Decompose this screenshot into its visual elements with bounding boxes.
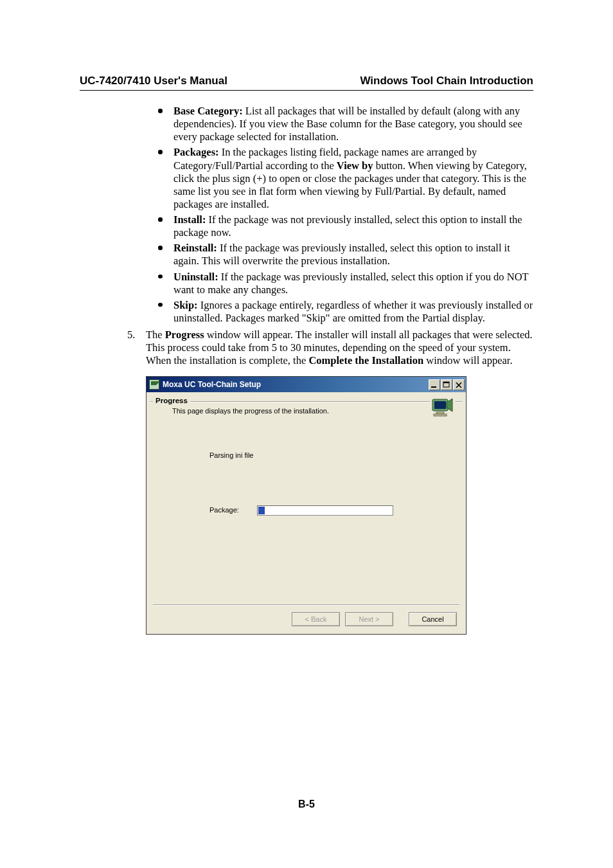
bullet-base-category: Base Category: List all packages that wi… <box>154 105 533 143</box>
bullet-label: Packages: <box>173 146 219 158</box>
progress-heading: Progress <box>153 396 190 405</box>
maximize-button[interactable] <box>441 379 452 390</box>
bullet-reinstall: Reinstall: If the package was previously… <box>154 242 533 267</box>
header-left: UC-7420/7410 User's Manual <box>80 75 227 87</box>
bullet-label-inline: View by <box>337 159 373 172</box>
page-header: UC-7420/7410 User's Manual Windows Tool … <box>80 75 533 90</box>
maximize-icon <box>443 381 450 388</box>
button-row: < Back Next > Cancel <box>147 606 466 634</box>
document-page: UC-7420/7410 User's Manual Windows Tool … <box>0 0 613 868</box>
dialog-window: Moxa UC Tool-Chain Setup <box>146 376 466 634</box>
svg-rect-0 <box>431 386 436 388</box>
bullet-label: Uninstall: <box>173 271 218 283</box>
cancel-button[interactable]: Cancel <box>409 612 457 626</box>
progress-area: Parsing ini file Package: <box>209 451 462 515</box>
status-text: Parsing ini file <box>209 451 462 460</box>
header-group: Progress This page displays the progress… <box>150 396 462 533</box>
page-content: Base Category: List all packages that wi… <box>80 105 533 635</box>
bullet-install: Install: If the package was not previous… <box>154 213 533 239</box>
bullet-label: Base Category: <box>173 105 243 117</box>
step-5: 5. The Progress window will appear. The … <box>80 329 533 367</box>
back-button[interactable]: < Back <box>292 612 340 626</box>
bullet-label: Skip: <box>173 299 198 311</box>
step-text-pre: The <box>146 329 165 341</box>
bullet-text: Ignores a package entirely, regardless o… <box>173 299 533 324</box>
bullet-text: If the package was not previously instal… <box>173 213 522 239</box>
next-button[interactable]: Next > <box>345 612 393 626</box>
window-controls <box>429 379 465 390</box>
bullet-text: If the package was previously installed,… <box>173 271 528 296</box>
package-row: Package: <box>209 505 462 516</box>
progress-bar <box>257 505 393 516</box>
svg-rect-2 <box>443 382 449 383</box>
bullet-text: If the package was previously installed,… <box>173 242 510 267</box>
screenshot: Moxa UC Tool-Chain Setup <box>146 376 533 634</box>
close-icon <box>455 381 463 388</box>
progress-fill <box>258 507 265 514</box>
step-bold-2: Complete the Installation <box>308 354 423 366</box>
bullet-uninstall: Uninstall: If the package was previously… <box>154 271 533 296</box>
step-number: 5. <box>127 329 135 341</box>
bullet-packages: Packages: In the packages listing field,… <box>154 146 533 211</box>
bullet-label: Reinstall: <box>173 242 217 254</box>
wizard-icon <box>430 396 456 418</box>
step-text-post: window will appear. <box>423 354 512 366</box>
page-number: B-5 <box>0 799 613 810</box>
header-right: Windows Tool Chain Introduction <box>360 75 533 87</box>
window-body: Progress This page displays the progress… <box>147 396 466 633</box>
close-button[interactable] <box>453 379 465 390</box>
step-bold-1: Progress <box>165 329 204 341</box>
window-title: Moxa UC Tool-Chain Setup <box>163 380 429 390</box>
app-icon <box>149 379 159 390</box>
bullet-label: Install: <box>173 213 206 226</box>
bullet-skip: Skip: Ignores a package entirely, regard… <box>154 299 533 325</box>
svg-rect-6 <box>434 414 447 416</box>
svg-rect-4 <box>434 401 446 409</box>
minimize-button[interactable] <box>429 379 440 390</box>
header-rule <box>80 90 533 91</box>
package-label: Package: <box>209 506 239 514</box>
bullet-list: Base Category: List all packages that wi… <box>80 105 533 325</box>
minimize-icon <box>431 381 438 388</box>
group-line <box>150 401 462 436</box>
titlebar[interactable]: Moxa UC Tool-Chain Setup <box>147 377 466 392</box>
